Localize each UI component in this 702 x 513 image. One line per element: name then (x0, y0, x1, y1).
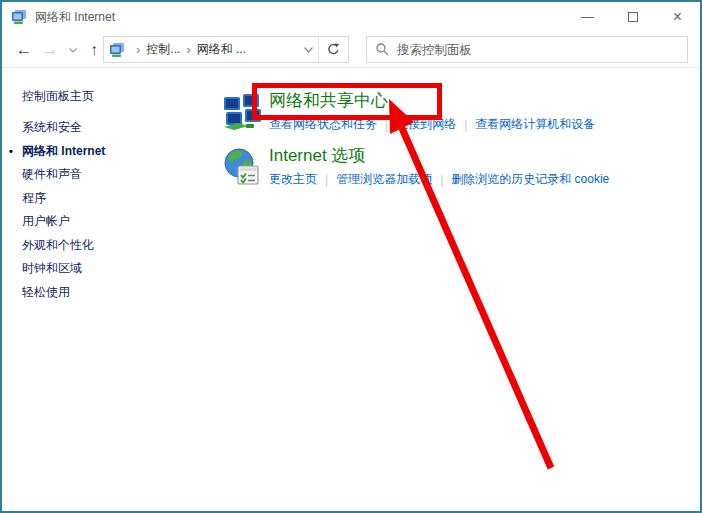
breadcrumb-separator-icon: › (136, 42, 140, 57)
breadcrumb-network-internet[interactable]: 网络和 ... (197, 41, 246, 58)
chevron-down-icon (69, 48, 77, 53)
minimize-icon: — (581, 12, 594, 22)
divider: | (440, 173, 443, 187)
link-connect-to-network[interactable]: 连接到网络 (396, 116, 456, 133)
link-network-sharing-center[interactable]: 网络和共享中心 (269, 89, 595, 113)
titlebar: 网络和 Internet — × (2, 2, 700, 32)
search-icon (376, 43, 389, 56)
sidebar-item-programs[interactable]: 程序 (22, 187, 220, 211)
sidebar-item-label: 网络和 Internet (22, 144, 105, 158)
sidebar-item-appearance-personalization[interactable]: 外观和个性化 (22, 234, 220, 258)
close-button[interactable]: × (655, 2, 700, 32)
chevron-down-icon (304, 47, 313, 53)
back-button[interactable]: ← (10, 32, 38, 68)
maximize-button[interactable] (610, 2, 655, 32)
search-box (366, 36, 688, 63)
sidebar: 控制面板主页 系统和安全 •网络和 Internet 硬件和声音 程序 用户帐户… (2, 68, 220, 512)
sidebar-item-user-accounts[interactable]: 用户帐户 (22, 210, 220, 234)
maximize-icon (628, 12, 638, 22)
control-panel-window: 网络和 Internet — × ← → ↑ › 控制... › 网络和 ... (0, 0, 702, 513)
link-view-network-status[interactable]: 查看网络状态和任务 (269, 116, 377, 133)
link-delete-browsing-history[interactable]: 删除浏览的历史记录和 cookie (451, 171, 609, 188)
address-dropdown-button[interactable] (298, 47, 318, 53)
section-network-sharing-center: 网络和共享中心 查看网络状态和任务 | 连接到网络 | 查看网络计算机和设备 (222, 89, 595, 133)
link-view-network-computers[interactable]: 查看网络计算机和设备 (475, 116, 595, 133)
refresh-button[interactable] (319, 37, 348, 62)
section-internet-options: Internet 选项 更改主页 | 管理浏览器加载项 | 删除浏览的历史记录和… (222, 144, 609, 188)
divider: | (385, 118, 388, 132)
internet-globe-icon (222, 148, 262, 188)
network-computers-icon (222, 93, 262, 133)
search-input[interactable] (397, 43, 687, 57)
sidebar-item-ease-of-access[interactable]: 轻松使用 (22, 281, 220, 305)
window-title: 网络和 Internet (35, 9, 115, 26)
sidebar-item-hardware-sound[interactable]: 硬件和声音 (22, 163, 220, 187)
main-content: 网络和共享中心 查看网络状态和任务 | 连接到网络 | 查看网络计算机和设备 (220, 68, 700, 512)
link-change-homepage[interactable]: 更改主页 (269, 171, 317, 188)
recent-pages-dropdown[interactable] (64, 32, 82, 68)
divider: | (325, 173, 328, 187)
breadcrumb-control-panel[interactable]: 控制... (146, 41, 180, 58)
sidebar-item-control-panel-home[interactable]: 控制面板主页 (22, 88, 220, 105)
divider: | (464, 118, 467, 132)
control-panel-icon (109, 42, 126, 58)
navigation-bar: ← → ↑ › 控制... › 网络和 ... (2, 32, 700, 68)
forward-button[interactable]: → (38, 32, 62, 68)
control-panel-window-icon (11, 9, 28, 25)
active-bullet-icon: • (9, 140, 13, 164)
address-bar[interactable]: › 控制... › 网络和 ... (103, 36, 349, 63)
link-internet-options[interactable]: Internet 选项 (269, 144, 609, 168)
link-manage-browser-addons[interactable]: 管理浏览器加载项 (336, 171, 432, 188)
refresh-icon (327, 43, 340, 56)
sidebar-item-system-security[interactable]: 系统和安全 (22, 116, 220, 140)
sidebar-item-network-internet[interactable]: •网络和 Internet (22, 140, 220, 164)
sidebar-item-clock-region[interactable]: 时钟和区域 (22, 257, 220, 281)
close-icon: × (673, 8, 682, 26)
minimize-button[interactable]: — (565, 2, 610, 32)
breadcrumb-separator-icon: › (186, 42, 190, 57)
